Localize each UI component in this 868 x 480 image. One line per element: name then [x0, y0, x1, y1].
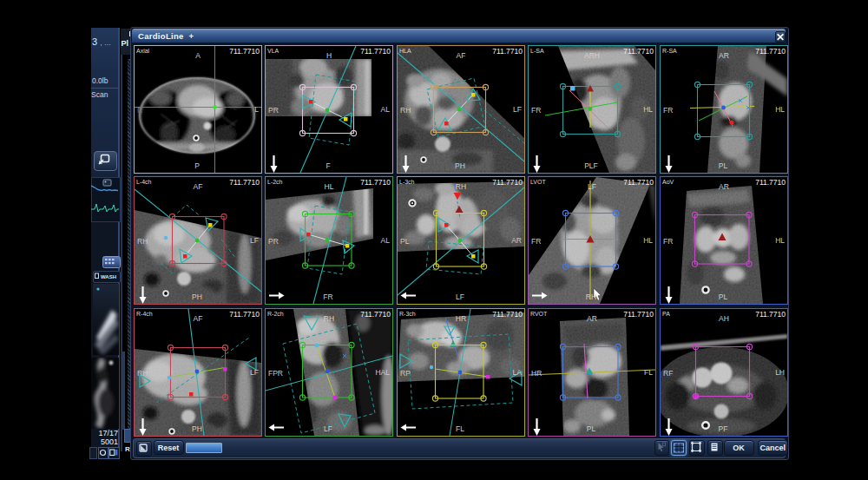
svg-text:PF: PF	[718, 424, 727, 432]
svg-text:LF: LF	[456, 293, 464, 301]
svg-text:L-2ch: L-2ch	[267, 179, 283, 185]
svg-text:LH: LH	[775, 368, 785, 377]
svg-text:AoV: AoV	[662, 179, 674, 185]
svg-text:AH: AH	[719, 313, 729, 322]
svg-text:AR: AR	[587, 313, 597, 322]
svg-text:711.7710: 711.7710	[755, 178, 786, 187]
svg-text:LF: LF	[588, 182, 596, 191]
svg-text:HAL: HAL	[375, 368, 390, 377]
svg-text:PR: PR	[268, 237, 279, 246]
svg-text:PR: PR	[268, 105, 279, 114]
svg-text:711.7710: 711.7710	[755, 310, 786, 319]
svg-text:FR: FR	[531, 105, 541, 114]
svg-text:711.7710: 711.7710	[229, 310, 260, 319]
svg-text:HL: HL	[775, 105, 785, 114]
svg-text:711.7710: 711.7710	[229, 47, 260, 56]
svg-text:711.7710: 711.7710	[623, 178, 654, 187]
svg-text:PH: PH	[192, 293, 202, 301]
svg-text:FPR: FPR	[268, 368, 283, 377]
svg-text:FR: FR	[531, 237, 541, 246]
svg-text:LA: LA	[512, 368, 522, 377]
svg-text:WASH: WASH	[101, 274, 116, 279]
svg-text:HL: HL	[775, 236, 785, 245]
svg-text:711.7710: 711.7710	[755, 47, 786, 56]
svg-text:PL: PL	[400, 237, 410, 246]
svg-text:LVOT: LVOT	[530, 179, 546, 185]
svg-text:RH: RH	[455, 182, 465, 191]
svg-text:PLF: PLF	[584, 161, 598, 169]
svg-text:AL: AL	[381, 236, 391, 245]
svg-text:711.7710: 711.7710	[360, 178, 391, 187]
svg-text:A: A	[195, 50, 201, 59]
svg-text:PA: PA	[662, 310, 670, 316]
svg-text:L-3ch: L-3ch	[399, 179, 415, 185]
svg-text:711.7710: 711.7710	[360, 310, 391, 319]
svg-text:HLA: HLA	[399, 47, 411, 53]
svg-text:LF: LF	[513, 105, 522, 114]
svg-text:ARH: ARH	[584, 50, 600, 59]
svg-text:AF: AF	[456, 50, 465, 59]
svg-text:L-4ch: L-4ch	[136, 179, 152, 185]
svg-text:Axial: Axial	[136, 47, 150, 53]
svg-text:711.7710: 711.7710	[360, 47, 391, 56]
svg-text:FL: FL	[456, 424, 464, 432]
svg-text:AR: AR	[511, 236, 522, 245]
svg-text:RF: RF	[663, 368, 673, 377]
svg-text:AF: AF	[193, 182, 202, 191]
svg-text:FR: FR	[323, 293, 332, 301]
svg-text:FR: FR	[663, 105, 673, 114]
svg-text:711.7710: 711.7710	[492, 178, 523, 187]
svg-text:H: H	[326, 50, 332, 59]
svg-text:FL: FL	[644, 368, 653, 377]
svg-text:PL: PL	[718, 293, 727, 301]
svg-text:711.7710: 711.7710	[492, 47, 523, 56]
svg-text:R-3ch: R-3ch	[399, 310, 416, 316]
svg-text:R-SA: R-SA	[662, 47, 677, 53]
svg-text:RH: RH	[137, 368, 148, 377]
svg-text:L-SA: L-SA	[530, 47, 544, 53]
svg-text:VLA: VLA	[267, 47, 279, 53]
svg-text:L: L	[254, 105, 259, 114]
svg-text:PH: PH	[455, 161, 465, 169]
svg-text:HL: HL	[643, 105, 653, 114]
svg-text:RH: RH	[324, 313, 334, 322]
svg-text:RH: RH	[400, 105, 411, 114]
svg-text:R-2ch: R-2ch	[267, 310, 284, 316]
svg-text:711.7710: 711.7710	[623, 47, 654, 56]
svg-text:F: F	[326, 161, 330, 169]
svg-text:HR: HR	[455, 313, 465, 322]
svg-text:LF: LF	[324, 424, 332, 432]
svg-text:LF: LF	[250, 236, 259, 245]
svg-text:HR: HR	[531, 368, 542, 377]
svg-text:LF: LF	[250, 368, 259, 377]
svg-text:P: P	[194, 161, 200, 169]
svg-text:PL: PL	[718, 161, 727, 169]
svg-text:PL: PL	[587, 424, 596, 432]
svg-text:AR: AR	[719, 182, 729, 191]
svg-text:711.7710: 711.7710	[623, 310, 654, 319]
svg-text:RH: RH	[137, 237, 148, 246]
svg-text:AF: AF	[193, 313, 202, 322]
svg-text:RH: RH	[586, 293, 596, 301]
svg-text:711.7710: 711.7710	[229, 178, 260, 187]
svg-text:R: R	[137, 105, 142, 114]
svg-text:AL: AL	[381, 105, 391, 114]
svg-text:HL: HL	[325, 182, 334, 191]
svg-text:RVOT: RVOT	[530, 310, 548, 316]
svg-text:HL: HL	[643, 236, 653, 245]
svg-text:FR: FR	[663, 237, 673, 246]
svg-text:R-4ch: R-4ch	[136, 310, 153, 316]
svg-text:PH: PH	[192, 424, 202, 432]
svg-text:AR: AR	[719, 50, 729, 59]
svg-text:711.7710: 711.7710	[492, 310, 523, 319]
svg-text:RP: RP	[400, 368, 411, 377]
